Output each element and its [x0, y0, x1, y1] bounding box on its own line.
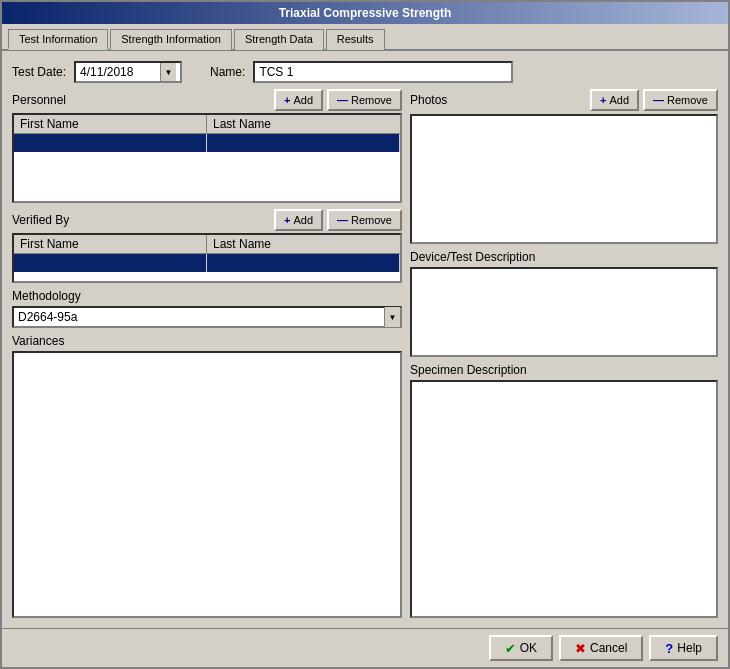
personnel-first-header: First Name [14, 115, 207, 133]
variances-section: Variances [12, 334, 402, 618]
title-bar: Triaxial Compressive Strength [2, 2, 728, 24]
tab-strength-data[interactable]: Strength Data [234, 29, 324, 50]
personnel-table-header: First Name Last Name [14, 115, 400, 134]
photos-header: Photos + Add — Remove [410, 89, 718, 111]
personnel-table: First Name Last Name [12, 113, 402, 203]
verified-table: First Name Last Name [12, 233, 402, 283]
methodology-section: Methodology D2664-95a D2664-86 Other ▼ [12, 289, 402, 328]
device-section: Device/Test Description [410, 250, 718, 357]
verified-btn-group: + Add — Remove [274, 209, 402, 231]
methodology-select-wrapper[interactable]: D2664-95a D2664-86 Other ▼ [12, 306, 402, 328]
verified-section: Verified By + Add — Remove [12, 209, 402, 283]
help-button[interactable]: ? Help [649, 635, 718, 661]
personnel-table-body [14, 134, 400, 198]
help-label: Help [677, 641, 702, 655]
minus-icon-2: — [337, 214, 348, 226]
verified-first-header: First Name [14, 235, 207, 253]
verified-label: Verified By [12, 213, 69, 227]
device-label: Device/Test Description [410, 250, 718, 264]
photos-box [410, 114, 718, 244]
table-row[interactable] [14, 134, 400, 152]
specimen-label: Specimen Description [410, 363, 718, 377]
name-label: Name: [210, 65, 245, 79]
methodology-label: Methodology [12, 289, 402, 303]
verified-first-cell [14, 254, 207, 272]
plus-icon: + [284, 94, 290, 106]
verified-remove-button[interactable]: — Remove [327, 209, 402, 231]
personnel-last-cell [207, 134, 400, 152]
device-box [410, 267, 718, 357]
personnel-first-cell [14, 134, 207, 152]
x-icon: ✖ [575, 641, 586, 656]
photos-section: Photos + Add — Remove [410, 89, 718, 244]
window-title: Triaxial Compressive Strength [279, 6, 452, 20]
verified-last-header: Last Name [207, 235, 400, 253]
tab-test-information[interactable]: Test Information [8, 29, 108, 50]
plus-icon-3: + [600, 94, 606, 106]
personnel-last-header: Last Name [207, 115, 400, 133]
test-date-field[interactable]: ▼ [74, 61, 182, 83]
photos-btn-group: + Add — Remove [590, 89, 718, 111]
main-content: Personnel + Add — Remove [12, 89, 718, 618]
tab-strength-information[interactable]: Strength Information [110, 29, 232, 50]
test-date-label: Test Date: [12, 65, 66, 79]
top-row: Test Date: ▼ Name: [12, 61, 718, 83]
variances-label: Variances [12, 334, 402, 348]
ok-button[interactable]: ✔ OK [489, 635, 553, 661]
personnel-header: Personnel + Add — Remove [12, 89, 402, 111]
specimen-section: Specimen Description [410, 363, 718, 618]
right-panel: Photos + Add — Remove [410, 89, 718, 618]
personnel-add-button[interactable]: + Add [274, 89, 323, 111]
main-window: Triaxial Compressive Strength Test Infor… [0, 0, 730, 669]
cancel-label: Cancel [590, 641, 627, 655]
check-icon: ✔ [505, 641, 516, 656]
personnel-remove-button[interactable]: — Remove [327, 89, 402, 111]
footer: ✔ OK ✖ Cancel ? Help [2, 628, 728, 667]
question-icon: ? [665, 641, 673, 656]
ok-label: OK [520, 641, 537, 655]
personnel-btn-group: + Add — Remove [274, 89, 402, 111]
tab-results[interactable]: Results [326, 29, 385, 50]
verified-add-button[interactable]: + Add [274, 209, 323, 231]
verified-header: Verified By + Add — Remove [12, 209, 402, 231]
photos-add-button[interactable]: + Add [590, 89, 639, 111]
verified-table-header: First Name Last Name [14, 235, 400, 254]
cancel-button[interactable]: ✖ Cancel [559, 635, 643, 661]
tab-bar: Test Information Strength Information St… [2, 24, 728, 51]
methodology-select[interactable]: D2664-95a D2664-86 Other [14, 310, 384, 324]
verified-last-cell [207, 254, 400, 272]
content-area: Test Date: ▼ Name: Personnel + [2, 51, 728, 628]
table-row[interactable] [14, 254, 400, 272]
photos-remove-button[interactable]: — Remove [643, 89, 718, 111]
left-panel: Personnel + Add — Remove [12, 89, 402, 618]
specimen-box [410, 380, 718, 618]
methodology-dropdown-icon[interactable]: ▼ [384, 307, 400, 327]
date-dropdown-icon[interactable]: ▼ [160, 63, 176, 81]
plus-icon-2: + [284, 214, 290, 226]
minus-icon: — [337, 94, 348, 106]
personnel-section: Personnel + Add — Remove [12, 89, 402, 203]
personnel-label: Personnel [12, 93, 66, 107]
variances-textarea[interactable] [12, 351, 402, 618]
photos-label: Photos [410, 93, 447, 107]
verified-table-body [14, 254, 400, 278]
test-date-input[interactable] [80, 65, 160, 79]
name-input[interactable] [253, 61, 513, 83]
minus-icon-3: — [653, 94, 664, 106]
